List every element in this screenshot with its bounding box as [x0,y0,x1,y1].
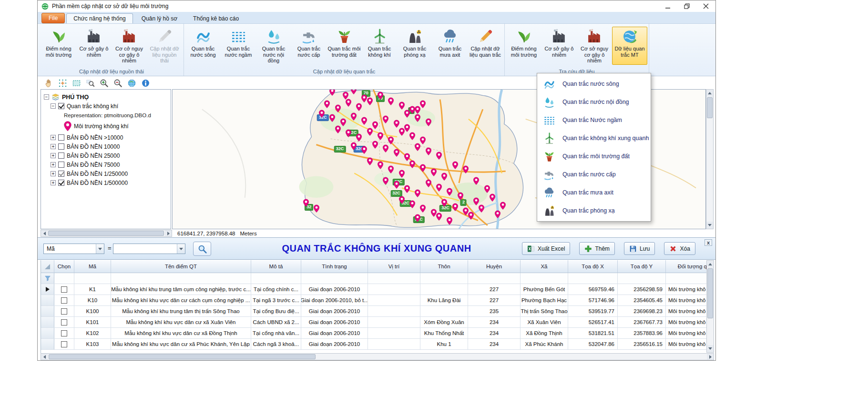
grid-horizontal-scrollbar[interactable] [41,353,714,360]
table-row-k102[interactable]: K102Mẫu không khí khu vực dân cư xã Đồng… [41,328,706,339]
map-pin-marker[interactable] [409,201,416,209]
tree-node-ban-do-nen-25000[interactable]: +BẢN ĐỒ NỀN 25000 [41,151,171,160]
dropdown-item-quan-trac-moi-truong-dat[interactable]: Quan trắc môi trường đất [537,147,651,165]
map-vertical-scrollbar[interactable] [706,89,714,229]
column-header-ma[interactable]: Mã [74,260,111,273]
scroll-left-button[interactable] [41,230,48,236]
map-pin-marker[interactable] [484,185,490,193]
tab-file[interactable]: File [41,13,65,23]
table-row-k100[interactable]: K100Mẫu không khí khu trung tâm thị trấn… [41,306,706,317]
row-checkbox[interactable] [61,341,67,347]
map-pin-marker[interactable] [356,103,362,111]
tab-thong-ke-bao-cao[interactable]: Thống kê báo cáo [186,13,246,23]
map-pin-marker[interactable] [415,114,421,122]
column-header-mo-ta[interactable]: Mô tả [251,260,301,273]
dropdown-item-quan-trac-phong-xa[interactable]: Quan trắc phóng xạ [537,202,651,220]
map-pin-marker[interactable] [388,97,394,105]
panel-close-button[interactable]: x [705,239,712,246]
map-pin-marker[interactable] [324,100,330,108]
tree-expander-icon[interactable]: − [51,103,56,109]
row-checkbox[interactable] [61,297,67,304]
layer-checkbox[interactable] [58,162,64,168]
map-pin-marker[interactable] [420,100,426,108]
map-pin-marker[interactable] [425,148,431,156]
tree-node-ban-do-nen-1-500000[interactable]: +BẢN ĐỒ NỀN 1/500000 [41,178,171,187]
map-pin-marker[interactable] [420,136,426,144]
map-pin-marker[interactable] [494,210,500,218]
map-pin-marker[interactable] [430,168,437,176]
map-pin-marker[interactable] [489,193,495,202]
row-checkbox[interactable] [61,286,67,293]
tree-node-ban-do-nen-10000[interactable]: +BẢN ĐỒ NỀN 10000 [41,142,171,151]
map-pin-marker[interactable] [425,180,431,188]
map-pin-marker[interactable] [388,136,394,144]
tree-node-ban-do-nen-1-250000[interactable]: +BẢN ĐỒ NỀN 1/250000 [41,169,171,178]
search-field-select[interactable]: Mã [43,244,104,254]
ribbon-button-co-so-gay-o-nhiem[interactable]: Cơ sở gây ô nhiễm [541,27,577,65]
search-value-combo[interactable] [113,244,185,254]
dropdown-item-quan-trac-nuoc-song[interactable]: Quan trắc nước sông [537,75,651,93]
map-pin-marker[interactable] [420,164,426,173]
map-pin-marker[interactable] [383,145,389,153]
map-pin-marker[interactable] [398,102,405,110]
layer-checkbox[interactable] [58,103,64,109]
map-pin-marker[interactable] [393,181,399,189]
minimize-button[interactable] [658,0,677,12]
tree-expander-icon[interactable]: + [51,135,56,140]
table-row-k103[interactable]: K103Mẫu không khí khu vực dân cư xã Phúc… [41,339,706,350]
column-header-ten-diem-qt[interactable]: Tên điểm QT [111,260,251,273]
map-pin-marker[interactable] [415,189,421,197]
identify-tool[interactable] [140,78,151,88]
button-luu[interactable]: Lưu [624,242,655,255]
layer-checkbox[interactable] [58,180,64,186]
map-pin-marker[interactable] [329,89,336,96]
ribbon-button-quan-trac-nuoc-noi-dong[interactable]: Quan trắc nước nội đồng [256,27,291,65]
map-pin-marker[interactable] [441,199,448,207]
map-pin-marker[interactable] [441,173,448,181]
tree-expander-icon[interactable]: + [51,144,56,149]
select-rectangle-tool[interactable] [71,78,82,88]
scroll-right-button[interactable] [165,230,172,236]
dropdown-item-quan-trac-khong-khi-xung-quanh[interactable]: Quan trắc không khí xung quanh [537,129,651,147]
map-pin-marker[interactable] [367,97,373,105]
tree-root-phu-tho[interactable]: −PHÚ THỌ [41,92,171,102]
tree-expander-icon[interactable]: + [51,162,56,167]
map-pin-marker[interactable] [462,166,469,174]
grid-vertical-scrollbar[interactable] [706,260,714,353]
tree-node-ban-do-nen-75000[interactable]: +BẢN ĐỒ NỀN 75000 [41,160,171,169]
map-pin-marker[interactable] [452,203,458,211]
button-xoa[interactable]: Xóa [664,242,695,255]
close-button[interactable] [696,0,715,12]
map-pin-marker[interactable] [404,124,410,132]
map-pin-marker[interactable] [356,133,362,142]
map-pin-marker[interactable] [393,120,399,128]
zoom-in-tool[interactable] [99,78,109,88]
map-pin-marker[interactable] [409,132,416,140]
scrollbar-thumb[interactable] [48,231,164,236]
dropdown-item-quan-trac-nuoc-cap[interactable]: Quan trắc nước cấp [537,165,651,183]
column-header-tinh-trang[interactable]: Tình trạng [301,260,368,273]
scroll-down-button[interactable] [707,345,714,352]
ribbon-button-co-so-gay-o-nhiem[interactable]: Cơ sở gây ô nhiễm [76,27,112,65]
map-pin-marker[interactable] [367,128,373,136]
column-header-huyen[interactable]: Huyện [468,260,521,273]
map-pin-marker[interactable] [393,149,399,157]
ribbon-button-diem-nong-moi-truong[interactable]: Điểm nóng môi trường [506,27,541,65]
column-header-thon[interactable]: Thôn [420,260,468,273]
scroll-up-button[interactable] [707,261,714,268]
ribbon-button-quan-trac-khong-khi[interactable]: Quan trắc không khí [362,27,397,65]
layer-checkbox[interactable] [58,143,64,150]
ribbon-button-quan-trac-moi-truong-dat[interactable]: Quan trắc môi trường đất [327,27,362,65]
map-pin-marker[interactable] [303,199,309,207]
button-xuat-excel[interactable]: Xuất Excel [522,242,570,255]
ribbon-button-quan-trac-nuoc-song[interactable]: Quan trắc nước sông [185,27,221,65]
row-checkbox[interactable] [61,319,67,325]
map-pin-marker[interactable] [345,130,351,138]
ribbon-button-cap-nhat-du-lieu-nguon-thai[interactable]: Cập nhật dữ liệu nguồn thải [147,27,182,65]
map-pin-marker[interactable] [378,92,384,100]
map-pin-marker[interactable] [361,146,368,154]
tree-expander-icon[interactable]: + [51,180,56,185]
row-checkbox[interactable] [61,330,67,336]
ribbon-button-co-co-nguy-co-gay-o-nhiem[interactable]: Cơ cở nguy cơ gây ô nhiễm [112,27,147,65]
column-header-chon[interactable]: Chọn [54,260,74,273]
